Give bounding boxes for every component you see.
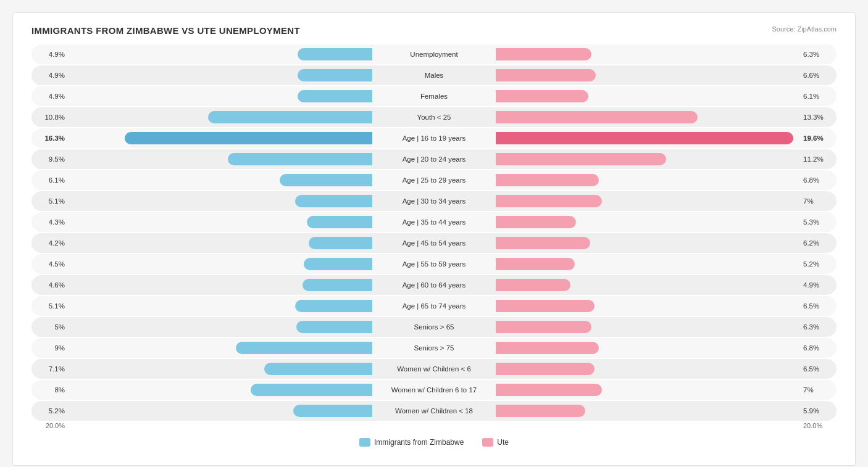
bar-right (496, 153, 666, 165)
bar-label: Women w/ Children < 18 (372, 407, 496, 415)
legend-color-left (359, 438, 370, 447)
bar-row: 4.6%Age | 60 to 64 years4.9% (31, 275, 837, 295)
bar-row: 4.3%Age | 35 to 44 years5.3% (31, 212, 837, 232)
legend-item-right: Ute (482, 438, 509, 447)
bar-row: 10.8%Youth < 2513.3% (31, 107, 837, 127)
bar-left-value: 9% (31, 344, 69, 352)
bar-row: 7.1%Women w/ Children < 66.5% (31, 359, 837, 379)
bar-left (208, 111, 372, 123)
bar-right (496, 237, 590, 249)
legend-color-right (482, 438, 493, 447)
bar-right-value: 5.2% (799, 260, 837, 268)
bar-label: Age | 20 to 24 years (372, 155, 496, 163)
bar-right (496, 363, 595, 375)
bar-label: Seniors > 65 (372, 323, 496, 331)
bar-row: 4.9%Females6.1% (31, 86, 837, 106)
bar-label: Age | 60 to 64 years (372, 281, 496, 289)
bar-right-value: 6.8% (799, 344, 837, 352)
bar-left-value: 4.2% (31, 239, 69, 247)
bar-left (236, 342, 372, 354)
bar-left (309, 237, 372, 249)
bar-right (496, 90, 588, 102)
bar-right (496, 216, 576, 228)
bar-right-value: 4.9% (799, 281, 837, 289)
bar-row: 16.3%Age | 16 to 19 years19.6% (31, 128, 837, 148)
axis-left-label: 20.0% (31, 422, 69, 429)
bar-right-value: 13.3% (799, 114, 837, 121)
bar-left (293, 405, 372, 417)
bar-right-value: 6.5% (799, 365, 837, 373)
bar-right-value: 5.3% (799, 218, 837, 226)
bar-left (298, 90, 372, 102)
bar-right (496, 405, 585, 417)
bar-row: 5.1%Age | 30 to 34 years7% (31, 191, 837, 211)
bar-right-value: 11.2% (799, 155, 837, 163)
bar-left-value: 5.2% (31, 407, 69, 415)
bar-right (496, 342, 599, 354)
bar-row: 5.1%Age | 65 to 74 years6.5% (31, 296, 837, 316)
bar-right (496, 132, 793, 144)
axis-right-label: 20.0% (799, 422, 837, 429)
bar-left-value: 10.8% (31, 114, 69, 121)
source-text: Source: ZipAtlas.com (772, 25, 837, 33)
bar-right (496, 174, 599, 186)
chart-title: IMMIGRANTS FROM ZIMBABWE VS UTE UNEMPLOY… (31, 25, 837, 36)
bar-right (496, 69, 596, 81)
bar-label: Females (372, 93, 496, 100)
bar-label: Age | 45 to 54 years (372, 239, 496, 247)
bar-right (496, 321, 591, 333)
bar-right-value: 7% (799, 386, 837, 394)
bar-left-value: 4.5% (31, 260, 69, 268)
bar-label: Age | 35 to 44 years (372, 218, 496, 226)
bar-left-value: 4.9% (31, 51, 69, 58)
chart-container: IMMIGRANTS FROM ZIMBABWE VS UTE UNEMPLOY… (12, 12, 856, 466)
bar-row: 5%Seniors > 656.3% (31, 317, 837, 337)
bar-left (295, 300, 372, 312)
bar-left (298, 69, 372, 81)
bar-left-value: 16.3% (31, 134, 69, 142)
bar-left (295, 195, 372, 207)
bar-label: Unemployment (372, 51, 496, 58)
bar-label: Age | 16 to 19 years (372, 134, 496, 142)
bar-right (496, 279, 570, 291)
legend: Immigrants from Zimbabwe Ute (31, 438, 837, 447)
bar-left-value: 5.1% (31, 197, 69, 205)
bar-label: Age | 25 to 29 years (372, 176, 496, 184)
bar-row: 4.2%Age | 45 to 54 years6.2% (31, 233, 837, 253)
bar-left (298, 48, 372, 60)
bar-right-value: 6.8% (799, 176, 837, 184)
bar-left-value: 5% (31, 323, 69, 331)
bar-left-value: 8% (31, 386, 69, 394)
bar-label: Age | 30 to 34 years (372, 197, 496, 205)
bar-label: Women w/ Children 6 to 17 (372, 386, 496, 394)
bar-left-value: 4.3% (31, 218, 69, 226)
bar-right-value: 6.3% (799, 323, 837, 331)
bar-right (496, 300, 595, 312)
bar-label: Women w/ Children < 6 (372, 365, 496, 373)
bar-right-value: 6.1% (799, 93, 837, 100)
bar-left-value: 7.1% (31, 365, 69, 373)
bar-left (296, 321, 372, 333)
bar-left-value: 9.5% (31, 155, 69, 163)
bar-right-value: 5.9% (799, 407, 837, 415)
bar-right (496, 195, 602, 207)
bar-left-value: 6.1% (31, 176, 69, 184)
bar-row: 9.5%Age | 20 to 24 years11.2% (31, 149, 837, 169)
bar-left (303, 279, 372, 291)
legend-item-left: Immigrants from Zimbabwe (359, 438, 464, 447)
bar-label: Youth < 25 (372, 114, 496, 121)
legend-label-left: Immigrants from Zimbabwe (374, 438, 464, 447)
bar-left (228, 153, 372, 165)
bar-row: 6.1%Age | 25 to 29 years6.8% (31, 170, 837, 190)
bar-right (496, 48, 591, 60)
bar-left-value: 4.9% (31, 72, 69, 79)
bar-right-value: 7% (799, 197, 837, 205)
bar-row: 4.9%Unemployment6.3% (31, 44, 837, 64)
bar-left (304, 258, 372, 270)
bar-right (496, 258, 575, 270)
bar-right (496, 384, 602, 396)
bar-row: 5.2%Women w/ Children < 185.9% (31, 401, 837, 421)
bar-left-value: 5.1% (31, 302, 69, 310)
bar-row: 9%Seniors > 756.8% (31, 338, 837, 358)
bar-right-value: 6.6% (799, 72, 837, 79)
